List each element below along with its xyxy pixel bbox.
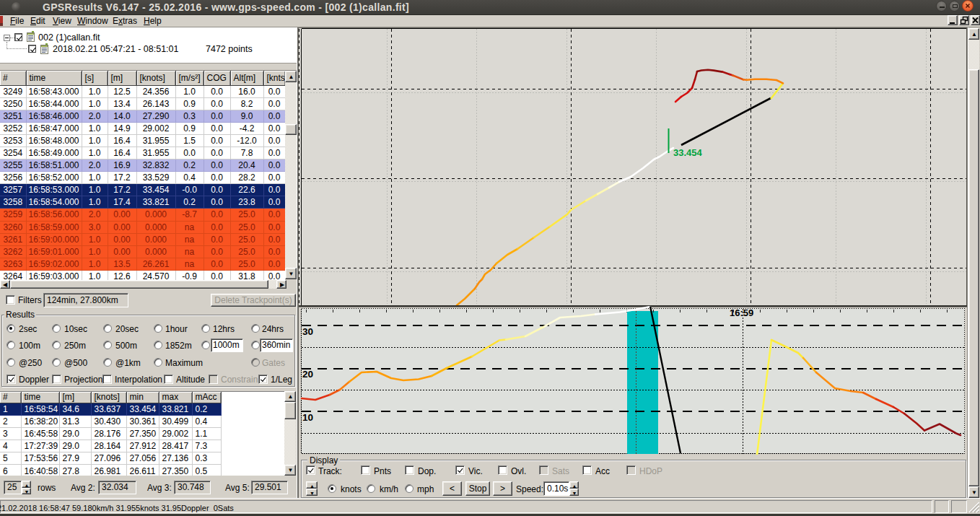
svg-text:10: 10 <box>302 412 313 423</box>
svg-text:30: 30 <box>302 326 313 337</box>
svg-text:33.454: 33.454 <box>673 147 703 158</box>
svg-text:16:59: 16:59 <box>730 307 753 318</box>
svg-text:20: 20 <box>302 369 313 380</box>
